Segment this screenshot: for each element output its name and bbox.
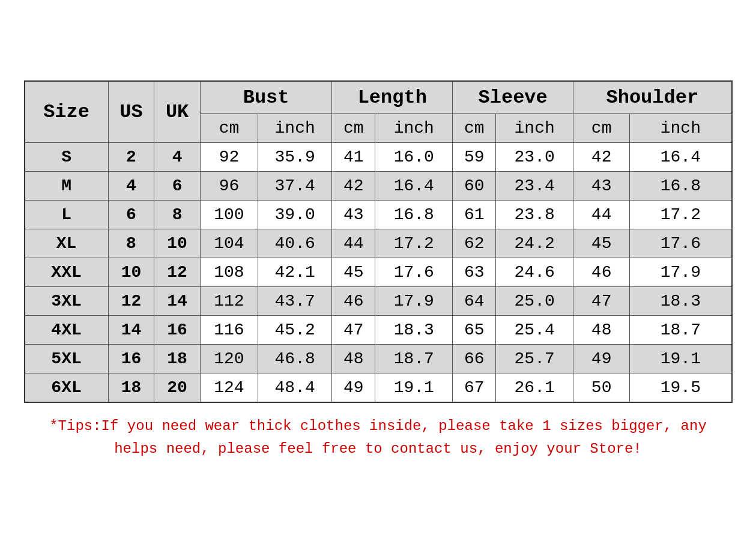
table-cell: 10 bbox=[108, 258, 154, 286]
table-cell: 35.9 bbox=[258, 142, 332, 171]
table-cell: 18 bbox=[154, 344, 201, 373]
table-cell: M bbox=[25, 171, 109, 200]
table-cell: S bbox=[25, 142, 109, 171]
table-cell: 24.6 bbox=[496, 258, 573, 286]
table-cell: 20 bbox=[154, 373, 201, 402]
table-cell: 17.9 bbox=[630, 258, 732, 286]
table-cell: 18.7 bbox=[630, 315, 732, 344]
table-cell: 100 bbox=[200, 200, 258, 229]
table-cell: 14 bbox=[108, 315, 154, 344]
header-row-main: Size US UK Bust Length Sleeve Shoulder bbox=[25, 81, 732, 114]
table-cell: 42 bbox=[332, 171, 375, 200]
table-cell: 47 bbox=[332, 315, 375, 344]
table-cell: 18.7 bbox=[375, 344, 453, 373]
table-cell: 17.2 bbox=[630, 200, 732, 229]
table-cell: 19.5 bbox=[630, 373, 732, 402]
table-cell: 8 bbox=[108, 229, 154, 258]
table-cell: 18.3 bbox=[630, 286, 732, 315]
table-cell: 46 bbox=[332, 286, 375, 315]
uk-header: UK bbox=[154, 81, 201, 143]
table-cell: 16.0 bbox=[375, 142, 453, 171]
table-cell: 4XL bbox=[25, 315, 109, 344]
table-cell: 12 bbox=[154, 258, 201, 286]
table-cell: 16 bbox=[154, 315, 201, 344]
table-cell: 124 bbox=[200, 373, 258, 402]
table-cell: 48 bbox=[332, 344, 375, 373]
table-cell: 4 bbox=[108, 171, 154, 200]
size-header: Size bbox=[25, 81, 109, 143]
sleeve-header: Sleeve bbox=[453, 81, 573, 114]
table-cell: 116 bbox=[200, 315, 258, 344]
length-cm-header: cm bbox=[332, 113, 375, 142]
table-cell: 46 bbox=[573, 258, 630, 286]
sleeve-inch-header: inch bbox=[496, 113, 573, 142]
table-row: 3XL121411243.74617.96425.04718.3 bbox=[25, 286, 732, 315]
table-cell: 64 bbox=[453, 286, 496, 315]
table-cell: 45 bbox=[332, 258, 375, 286]
size-chart-table: Size US UK Bust Length Sleeve Shoulder c… bbox=[24, 80, 733, 403]
tips-text: *Tips:If you need wear thick clothes ins… bbox=[24, 415, 733, 461]
table-cell: 120 bbox=[200, 344, 258, 373]
table-cell: 25.4 bbox=[496, 315, 573, 344]
table-cell: 66 bbox=[453, 344, 496, 373]
table-cell: 92 bbox=[200, 142, 258, 171]
table-cell: 10 bbox=[154, 229, 201, 258]
table-cell: 59 bbox=[453, 142, 496, 171]
table-cell: 47 bbox=[573, 286, 630, 315]
table-cell: 49 bbox=[332, 373, 375, 402]
table-cell: 23.8 bbox=[496, 200, 573, 229]
table-row: M469637.44216.46023.44316.8 bbox=[25, 171, 732, 200]
table-row: XL81010440.64417.26224.24517.6 bbox=[25, 229, 732, 258]
table-cell: 60 bbox=[453, 171, 496, 200]
table-cell: 16.8 bbox=[630, 171, 732, 200]
table-cell: 45 bbox=[573, 229, 630, 258]
table-cell: 12 bbox=[108, 286, 154, 315]
table-row: S249235.94116.05923.04216.4 bbox=[25, 142, 732, 171]
table-cell: 25.0 bbox=[496, 286, 573, 315]
table-cell: 6 bbox=[108, 200, 154, 229]
table-cell: 16.8 bbox=[375, 200, 453, 229]
us-header: US bbox=[108, 81, 154, 143]
table-cell: 3XL bbox=[25, 286, 109, 315]
table-cell: 19.1 bbox=[375, 373, 453, 402]
table-cell: 6XL bbox=[25, 373, 109, 402]
table-row: L6810039.04316.86123.84417.2 bbox=[25, 200, 732, 229]
table-cell: 43.7 bbox=[258, 286, 332, 315]
table-cell: 2 bbox=[108, 142, 154, 171]
table-cell: 17.6 bbox=[375, 258, 453, 286]
table-cell: 16.4 bbox=[375, 171, 453, 200]
table-cell: 65 bbox=[453, 315, 496, 344]
table-cell: 4 bbox=[154, 142, 201, 171]
shoulder-header: Shoulder bbox=[573, 81, 732, 114]
table-cell: 18 bbox=[108, 373, 154, 402]
table-cell: 67 bbox=[453, 373, 496, 402]
table-cell: 48.4 bbox=[258, 373, 332, 402]
table-cell: 41 bbox=[332, 142, 375, 171]
bust-inch-header: inch bbox=[258, 113, 332, 142]
table-cell: L bbox=[25, 200, 109, 229]
table-cell: 48 bbox=[573, 315, 630, 344]
table-cell: 17.2 bbox=[375, 229, 453, 258]
table-cell: 8 bbox=[154, 200, 201, 229]
table-cell: 40.6 bbox=[258, 229, 332, 258]
table-cell: 17.9 bbox=[375, 286, 453, 315]
bust-header: Bust bbox=[200, 81, 331, 114]
table-cell: 25.7 bbox=[496, 344, 573, 373]
table-cell: XXL bbox=[25, 258, 109, 286]
table-cell: 50 bbox=[573, 373, 630, 402]
shoulder-inch-header: inch bbox=[630, 113, 732, 142]
table-cell: 96 bbox=[200, 171, 258, 200]
table-cell: 62 bbox=[453, 229, 496, 258]
table-cell: 44 bbox=[332, 229, 375, 258]
table-cell: 17.6 bbox=[630, 229, 732, 258]
table-cell: 23.0 bbox=[496, 142, 573, 171]
main-container: Size US UK Bust Length Sleeve Shoulder c… bbox=[12, 68, 745, 473]
table-cell: 42 bbox=[573, 142, 630, 171]
table-cell: 45.2 bbox=[258, 315, 332, 344]
table-cell: XL bbox=[25, 229, 109, 258]
table-row: 5XL161812046.84818.76625.74919.1 bbox=[25, 344, 732, 373]
table-cell: 43 bbox=[332, 200, 375, 229]
table-cell: 14 bbox=[154, 286, 201, 315]
table-cell: 6 bbox=[154, 171, 201, 200]
table-row: 6XL182012448.44919.16726.15019.5 bbox=[25, 373, 732, 402]
